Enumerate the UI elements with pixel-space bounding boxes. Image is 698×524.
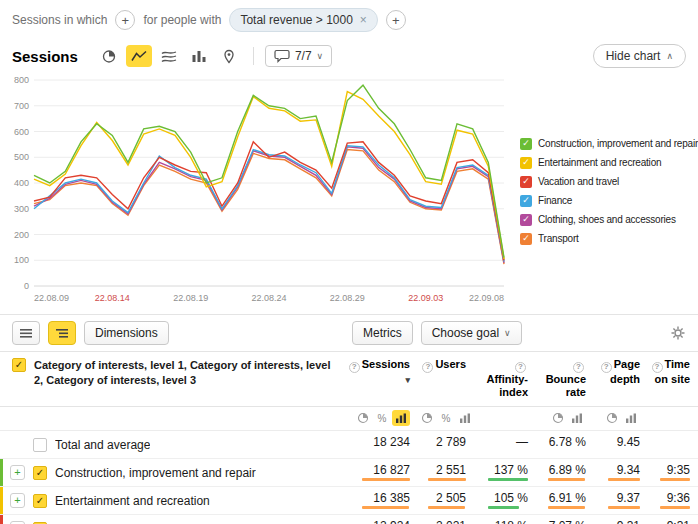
list-view-button[interactable]	[12, 321, 40, 345]
legend-label: Vacation and travel	[538, 176, 619, 187]
dimensions-button[interactable]: Dimensions	[84, 321, 169, 345]
hide-chart-button[interactable]: Hide chart ∧	[593, 44, 686, 68]
table-row[interactable]: + ✓ Vacation and travel 12 924 2 021 118…	[0, 515, 698, 524]
row-label[interactable]: Construction, improvement and repair	[55, 466, 256, 480]
column-header-sessions[interactable]: ?Sessions ▾	[342, 358, 418, 386]
legend-item[interactable]: ✓ Transport	[520, 233, 698, 245]
chart-header: Sessions 7/7 ∨ Hide chart ∧	[0, 40, 698, 72]
add-people-condition-button[interactable]: +	[386, 10, 406, 30]
for-people-with-label[interactable]: for people with	[143, 13, 221, 27]
depth-cell: 9.34	[594, 459, 648, 486]
column-header-time-on-site[interactable]: ?Time on site	[648, 358, 698, 386]
bounce-cell: 6.89 %	[536, 459, 594, 486]
legend-item[interactable]: ✓ Construction, improvement and repair	[520, 138, 698, 150]
line-chart-type-button[interactable]	[126, 45, 152, 67]
metric-help-icon: ?	[349, 362, 360, 373]
legend-checkbox[interactable]: ✓	[520, 233, 532, 245]
sort-desc-icon: ▾	[405, 375, 410, 385]
choose-goal-button[interactable]: Choose goal ∨	[421, 321, 522, 345]
metrics-button[interactable]: Metrics	[352, 321, 413, 345]
metric-help-icon: ?	[652, 362, 663, 373]
sessions-percent-toggle[interactable]: %	[373, 410, 391, 426]
depth-pie-toggle-icon[interactable]	[603, 410, 621, 426]
svg-text:22.08.19: 22.08.19	[173, 293, 208, 303]
bounce-bars-toggle-icon[interactable]	[568, 410, 586, 426]
legend-checkbox[interactable]: ✓	[520, 195, 532, 207]
add-session-condition-button[interactable]: +	[115, 10, 135, 30]
bounce-pie-toggle-icon[interactable]	[549, 410, 567, 426]
users-percent-toggle[interactable]: %	[437, 410, 455, 426]
table-row[interactable]: + ✓ Entertainment and recreation 16 385 …	[0, 487, 698, 515]
table-row[interactable]: + ✓ Construction, improvement and repair…	[0, 459, 698, 487]
columns-chart-type-button[interactable]	[186, 45, 212, 67]
users-bars-toggle-icon[interactable]	[456, 410, 474, 426]
legend-item[interactable]: ✓ Vacation and travel	[520, 176, 698, 188]
sessions-cell: 16 385	[342, 487, 418, 514]
depth-bars-toggle-icon[interactable]	[622, 410, 640, 426]
table-row-total[interactable]: Total and average 18 234 2 789 — 6.78 % …	[0, 431, 698, 459]
users-value: 2 789	[436, 436, 466, 448]
legend-checkbox[interactable]: ✓	[520, 138, 532, 150]
legend-checkbox[interactable]: ✓	[520, 176, 532, 188]
legend-label: Transport	[538, 233, 579, 244]
svg-text:22.09.03: 22.09.03	[408, 293, 443, 303]
series-color-strip	[0, 459, 3, 486]
time-cell: 9:31	[648, 515, 698, 524]
bounce-value: 7.07 %	[549, 520, 586, 524]
depth-cell: 9.45	[594, 431, 648, 458]
legend-item[interactable]: ✓ Entertainment and recreation	[520, 157, 698, 169]
sessions-pie-toggle-icon[interactable]	[354, 410, 372, 426]
column-header-affinity-index[interactable]: ?Affinity-index	[474, 358, 536, 400]
metrics-group: Metrics Choose goal ∨	[352, 321, 522, 345]
sessions-in-which-label[interactable]: Sessions in which	[12, 13, 107, 27]
svg-text:0: 0	[24, 281, 29, 291]
legend-checkbox[interactable]: ✓	[520, 214, 532, 226]
geo-pin-icon	[222, 49, 236, 64]
legend-label: Clothing, shoes and accessories	[538, 214, 676, 225]
notes-counter-button[interactable]: 7/7 ∨	[265, 45, 332, 67]
select-all-checkbox[interactable]: ✓	[12, 358, 26, 372]
settings-gear-icon[interactable]	[670, 325, 686, 341]
segment-tag[interactable]: Total revenue > 1000 ×	[229, 8, 377, 32]
map-chart-type-button[interactable]	[216, 45, 242, 67]
users-pie-toggle-icon[interactable]	[418, 410, 436, 426]
remove-segment-icon[interactable]: ×	[360, 13, 367, 27]
sessions-line-chart[interactable]: 010020030040050060070080022.08.0922.08.1…	[4, 72, 512, 310]
choose-goal-label: Choose goal	[432, 326, 499, 340]
affinity-value: 118 %	[495, 520, 528, 524]
table-toolbar: Dimensions Metrics Choose goal ∨	[0, 314, 698, 351]
row-checkbox[interactable]	[33, 438, 47, 452]
column-label: Affinity-index	[486, 373, 528, 399]
notes-counter-label: 7/7	[295, 49, 312, 63]
divider	[253, 47, 254, 65]
row-label[interactable]: Entertainment and recreation	[55, 494, 210, 508]
bounce-cell: 6.91 %	[536, 487, 594, 514]
sessions-bars-toggle-icon[interactable]	[392, 410, 410, 426]
stacked-area-chart-type-button[interactable]	[156, 45, 182, 67]
pie-chart-type-button[interactable]	[96, 45, 122, 67]
legend-item[interactable]: ✓ Finance	[520, 195, 698, 207]
bounce-value: 6.91 %	[549, 492, 586, 504]
expand-row-button[interactable]: +	[10, 465, 25, 480]
time-value: 9:36	[667, 492, 690, 504]
table-header-row: ✓ Category of interests, level 1, Catego…	[0, 351, 698, 407]
line-chart-icon	[131, 49, 147, 63]
chart-title: Sessions	[12, 48, 78, 65]
bounce-cell: 6.78 %	[536, 431, 594, 458]
expand-row-button[interactable]: +	[10, 493, 25, 508]
row-checkbox[interactable]: ✓	[33, 466, 47, 480]
legend-checkbox[interactable]: ✓	[520, 157, 532, 169]
column-header-page-depth[interactable]: ?Page depth	[594, 358, 648, 386]
depth-value: 9.45	[617, 436, 640, 448]
legend-item[interactable]: ✓ Clothing, shoes and accessories	[520, 214, 698, 226]
svg-text:500: 500	[14, 152, 29, 162]
series-color-strip	[0, 487, 3, 514]
tree-view-button[interactable]	[48, 321, 76, 345]
column-header-users[interactable]: ?Users	[418, 358, 474, 373]
affinity-value: —	[516, 436, 528, 448]
metric-display-toggles-row: % %	[0, 407, 698, 431]
legend-label: Entertainment and recreation	[538, 157, 661, 168]
column-header-bounce-rate[interactable]: ?Bounce rate	[536, 358, 594, 400]
sessions-value: 18 234	[373, 436, 410, 448]
row-checkbox[interactable]: ✓	[33, 494, 47, 508]
